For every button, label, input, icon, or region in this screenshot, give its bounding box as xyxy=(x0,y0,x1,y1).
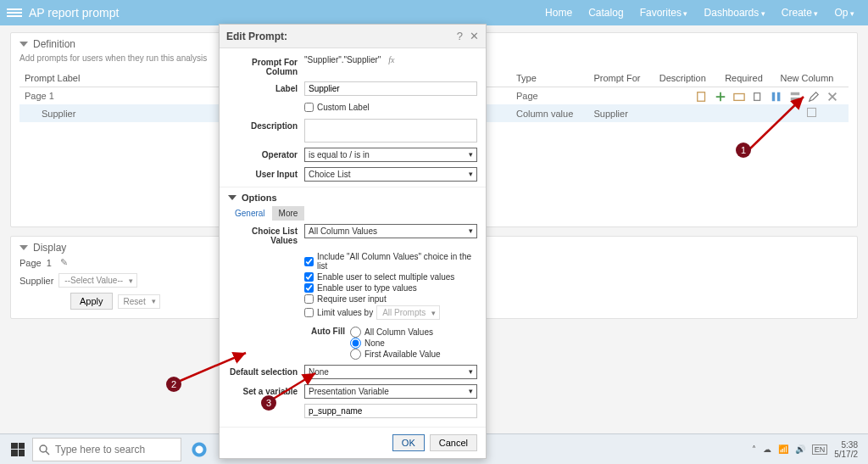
taskbar-search[interactable]: Type here to search xyxy=(32,438,181,461)
close-icon[interactable]: ✕ xyxy=(470,30,479,42)
annotation-badge-2: 2 xyxy=(166,377,181,392)
nav-home[interactable]: Home xyxy=(545,7,572,19)
include-all-checkbox[interactable] xyxy=(304,257,314,266)
autofill-first-radio[interactable] xyxy=(350,349,361,360)
nav-create[interactable]: Create xyxy=(782,7,819,19)
onedrive-icon[interactable]: ☁ xyxy=(763,444,771,454)
custom-label-text: Custom Label xyxy=(317,103,370,112)
help-icon[interactable]: ? xyxy=(457,30,463,42)
cell-type: Column value xyxy=(511,104,588,122)
apply-button[interactable]: Apply xyxy=(70,293,113,310)
cell-promptfor: Supplier xyxy=(588,104,654,122)
page-number: 1 xyxy=(47,258,52,268)
prompt-select[interactable]: --Select Value-- xyxy=(58,273,137,288)
app-title: AP report prompt xyxy=(29,6,119,20)
reset-button[interactable]: Reset xyxy=(118,294,160,309)
default-selection-select[interactable]: None xyxy=(304,365,477,379)
opt-require: Require user input xyxy=(317,294,387,304)
app-bar: AP report prompt Home Catalog Favorites … xyxy=(0,0,868,25)
start-button[interactable] xyxy=(3,435,32,464)
variable-name-input[interactable] xyxy=(304,404,477,418)
col-description: Description xyxy=(654,70,720,87)
type-values-checkbox[interactable] xyxy=(304,283,314,293)
definition-heading: Definition xyxy=(33,38,75,50)
label-operator: Operator xyxy=(228,148,304,159)
nav-favorites[interactable]: Favorites xyxy=(640,7,688,19)
col-required: Required xyxy=(720,70,775,87)
label-input[interactable] xyxy=(304,81,477,96)
operator-select[interactable]: is equal to / is in xyxy=(304,148,477,162)
label-prompt-for-column: Prompt For Column xyxy=(228,55,304,76)
autofill-none-label: None xyxy=(364,338,385,348)
cancel-button[interactable]: Cancel xyxy=(430,434,477,451)
options-heading: Options xyxy=(242,193,277,203)
col-newcolumn: New Column xyxy=(775,70,849,87)
edit-page-icon[interactable]: ✎ xyxy=(60,257,68,268)
volume-icon[interactable]: 🔊 xyxy=(795,444,805,454)
nav-dashboards[interactable]: Dashboards xyxy=(704,7,765,19)
options-tabs: General More xyxy=(228,206,477,221)
user-input-select[interactable]: Choice List xyxy=(304,167,477,182)
autofill-none-radio[interactable] xyxy=(350,338,361,349)
display-heading: Display xyxy=(33,242,66,254)
formula-icon[interactable]: fx xyxy=(388,55,394,64)
col-label: Prompt Label xyxy=(19,70,223,87)
cell-type: Page xyxy=(511,87,588,105)
prompt-label: Supplier xyxy=(19,276,53,286)
search-placeholder: Type here to search xyxy=(55,444,145,456)
choice-list-select[interactable]: All Column Values xyxy=(304,224,477,238)
annotation-badge-1: 1 xyxy=(736,143,751,158)
set-variable-select[interactable]: Presentation Variable xyxy=(304,384,477,399)
add-icon[interactable] xyxy=(715,91,726,103)
options-collapse-icon[interactable] xyxy=(228,195,236,200)
label-user-input: User Input xyxy=(228,167,304,179)
new-icon[interactable] xyxy=(696,91,708,103)
multi-select-checkbox[interactable] xyxy=(304,272,314,282)
annotation-badge-3: 3 xyxy=(261,395,276,411)
description-input[interactable] xyxy=(304,119,477,143)
column-value: "Supplier"."Supplier" xyxy=(304,55,381,64)
wifi-icon[interactable]: 📶 xyxy=(778,444,788,454)
autofill-first-label: First Available Value xyxy=(364,349,441,359)
svg-rect-0 xyxy=(698,92,705,102)
col-type: Type xyxy=(511,70,588,87)
hamburger-icon[interactable] xyxy=(7,7,22,19)
nav-catalog[interactable]: Catalog xyxy=(588,7,623,19)
taskbar-clock[interactable]: 5:38 5/17/2 xyxy=(834,440,858,459)
collapse-icon[interactable] xyxy=(19,42,28,47)
collapse-icon[interactable] xyxy=(19,245,28,250)
label-label: Label xyxy=(228,81,304,93)
dialog-title: Edit Prompt: xyxy=(226,31,287,42)
search-icon xyxy=(38,444,50,456)
label-description: Description xyxy=(228,119,304,131)
opt-multi: Enable user to select multiple values xyxy=(317,272,454,282)
limit-values-checkbox[interactable] xyxy=(304,308,314,317)
opt-type: Enable user to type values xyxy=(317,283,417,293)
page-label: Page xyxy=(19,258,42,268)
autofill-all-label: All Column Values xyxy=(364,327,433,337)
cortana-icon[interactable] xyxy=(186,437,212,462)
clock-time: 5:38 xyxy=(834,440,858,450)
nav-open[interactable]: Op xyxy=(834,7,854,19)
limit-values-select: All Prompts xyxy=(376,305,440,320)
label-choice-list: Choice List Values xyxy=(228,224,304,245)
cell-label: Page 1 xyxy=(19,87,223,105)
svg-point-10 xyxy=(40,445,47,452)
tray-chevron-up-icon[interactable]: ˄ xyxy=(752,444,756,454)
opt-include-all: Include "All Column Values" choice in th… xyxy=(317,252,477,271)
tab-more[interactable]: More xyxy=(272,206,305,221)
ok-button[interactable]: OK xyxy=(392,434,425,451)
clock-date: 5/17/2 xyxy=(834,450,858,459)
autofill-all-radio[interactable] xyxy=(350,327,361,338)
tab-general[interactable]: General xyxy=(228,206,272,221)
delete-icon[interactable] xyxy=(826,91,838,103)
system-tray: ˄ ☁ 📶 🔊 EN 5:38 5/17/2 xyxy=(752,440,865,459)
require-input-checkbox[interactable] xyxy=(304,294,314,304)
label-autofill: Auto Fill xyxy=(308,327,350,360)
custom-label-checkbox[interactable] xyxy=(304,103,314,112)
svg-line-7 xyxy=(748,97,804,151)
opt-limit-pre: Limit values by xyxy=(317,308,373,317)
col-promptfor: Prompt For xyxy=(588,70,654,87)
cell-label: Supplier xyxy=(19,104,223,122)
language-icon[interactable]: EN xyxy=(812,444,828,455)
